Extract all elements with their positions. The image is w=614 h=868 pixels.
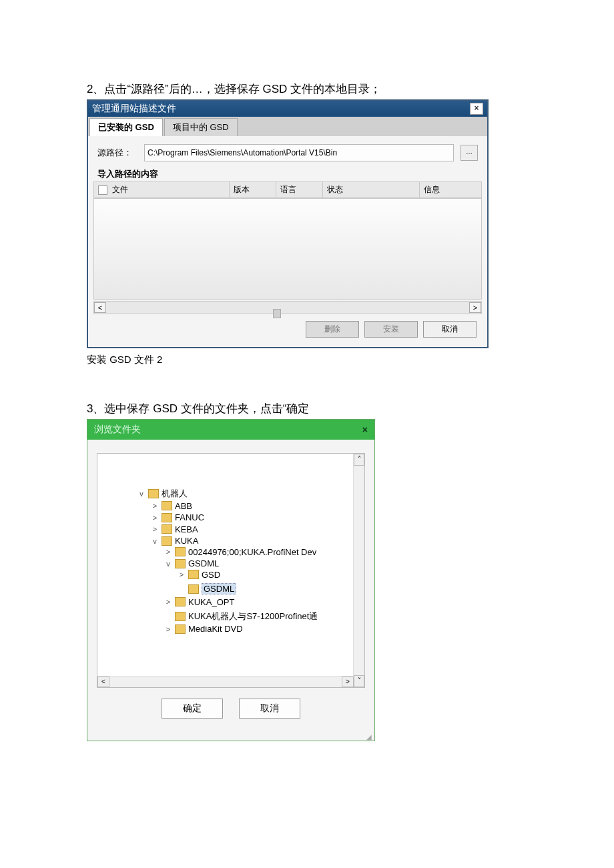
chevron-down-icon[interactable]: v [137, 490, 145, 498]
tree-node-abb[interactable]: >ABB [151, 501, 192, 511]
folder-icon [162, 501, 172, 510]
tree-label: MediaKit DVD [188, 624, 243, 634]
tree-node-mediakit[interactable]: >MediaKit DVD [164, 624, 243, 634]
scroll-right-icon[interactable]: > [342, 677, 354, 687]
browse-folder-dialog: 浏览文件夹 × ˄ ˅ v 机器人 [87, 419, 375, 741]
browse-button[interactable]: … [460, 145, 478, 161]
tree-label: GSDML [188, 558, 219, 568]
cancel-button[interactable]: 取消 [239, 699, 300, 719]
chevron-right-icon[interactable]: > [151, 502, 159, 510]
scroll-up-icon[interactable]: ˄ [354, 454, 364, 466]
source-path-input[interactable] [144, 144, 454, 161]
tree-node-kuka-profinet[interactable]: >00244976;00;KUKA.ProfiNet Dev [164, 547, 316, 557]
folder-icon [162, 524, 172, 534]
scroll-right-icon[interactable]: > [469, 302, 481, 313]
resize-grip-icon[interactable]: ◢ [87, 733, 374, 741]
tree-node-kuka-opt[interactable]: >KUKA_OPT [164, 597, 234, 607]
chevron-right-icon[interactable]: > [151, 514, 159, 522]
dialog-title: 管理通用站描述文件 [92, 103, 176, 115]
browse-titlebar: 浏览文件夹 × [87, 420, 374, 440]
folder-icon [162, 536, 172, 546]
vertical-scrollbar[interactable]: ˄ ˅ [353, 454, 364, 687]
horizontal-scrollbar[interactable]: < > [93, 301, 482, 314]
close-button[interactable]: × [470, 103, 483, 115]
import-section-label: 导入路径的内容 [93, 164, 482, 181]
tree-node-kuka-s7[interactable]: KUKA机器人与S7-1200Profinet通 [164, 610, 318, 622]
tree-label: FANUC [175, 512, 204, 522]
select-all-checkbox[interactable] [98, 185, 107, 195]
install-button[interactable]: 安装 [364, 321, 418, 338]
chevron-down-icon[interactable]: v [164, 560, 172, 568]
chevron-right-icon[interactable]: > [164, 548, 172, 556]
tree-node-gsd[interactable]: >GSD [178, 570, 220, 580]
gsd-table-body [93, 198, 482, 300]
col-version: 版本 [230, 182, 276, 198]
tree-node-gsdml[interactable]: vGSDML [164, 558, 219, 568]
folder-icon [188, 584, 199, 594]
tree-node-keba[interactable]: >KEBA [151, 524, 198, 534]
folder-icon [175, 597, 186, 606]
tree-node-gsdml-selected[interactable]: GSDML [178, 583, 236, 594]
tree-node-root[interactable]: v 机器人 [137, 488, 188, 500]
chevron-right-icon[interactable]: > [164, 625, 172, 633]
folder-icon [162, 513, 172, 522]
folder-icon [188, 570, 199, 579]
tree-label: KEBA [175, 524, 198, 534]
tree-h-scrollbar[interactable]: < > [97, 676, 354, 687]
tree-node-kuka[interactable]: vKUKA [151, 536, 198, 546]
col-file: 文件 [112, 185, 128, 194]
tree-label: GSD [202, 570, 220, 580]
delete-button[interactable]: 删除 [306, 321, 359, 338]
folder-icon [175, 547, 186, 556]
col-language: 语言 [276, 182, 323, 198]
step-3-instruction: 3、选中保存 GSD 文件的文件夹，点击“确定 [87, 400, 527, 418]
browse-title: 浏览文件夹 [94, 424, 141, 436]
tree-label: ABB [175, 501, 192, 511]
chevron-down-icon[interactable]: v [151, 537, 159, 545]
tree-label: 机器人 [162, 488, 188, 500]
tree-node-fanuc[interactable]: >FANUC [151, 512, 204, 522]
source-path-label: 源路径： [97, 147, 137, 159]
figure-caption-2: 安装 GSD 文件 2 [87, 354, 527, 366]
chevron-right-icon[interactable]: > [164, 598, 172, 606]
browse-close-button[interactable]: × [362, 424, 368, 435]
scroll-left-icon[interactable]: < [97, 677, 109, 687]
gsd-table: 文件 版本 语言 状态 信息 [93, 181, 482, 198]
tree-label-selected: GSDML [202, 583, 236, 594]
scroll-handle[interactable] [273, 309, 281, 318]
dialog-titlebar: 管理通用站描述文件 × [88, 101, 487, 117]
tree-label: 00244976;00;KUKA.ProfiNet Dev [188, 547, 316, 557]
tree-label: KUKA机器人与S7-1200Profinet通 [188, 610, 318, 622]
tree-label: KUKA [175, 536, 198, 546]
folder-icon [175, 559, 186, 568]
folder-icon [175, 624, 186, 634]
step-2-instruction: 2、点击“源路径”后的…，选择保存 GSD 文件的本地目录； [87, 80, 527, 98]
scroll-left-icon[interactable]: < [94, 302, 106, 313]
chevron-right-icon[interactable]: > [178, 570, 186, 578]
folder-icon [175, 612, 186, 621]
tab-project-gsd[interactable]: 项目中的 GSD [164, 118, 238, 136]
ok-button[interactable]: 确定 [162, 699, 223, 719]
col-info: 信息 [420, 182, 482, 198]
cancel-button[interactable]: 取消 [423, 321, 477, 338]
tab-installed-gsd[interactable]: 已安装的 GSD [89, 118, 163, 136]
folder-tree[interactable]: ˄ ˅ v 机器人 >ABB [97, 453, 365, 688]
folder-icon [148, 489, 159, 498]
chevron-right-icon[interactable]: > [151, 525, 159, 533]
manage-gsd-dialog: 管理通用站描述文件 × 已安装的 GSD 项目中的 GSD 源路径： … 导入路… [87, 99, 489, 348]
col-status: 状态 [322, 182, 419, 198]
tree-label: KUKA_OPT [188, 597, 234, 607]
